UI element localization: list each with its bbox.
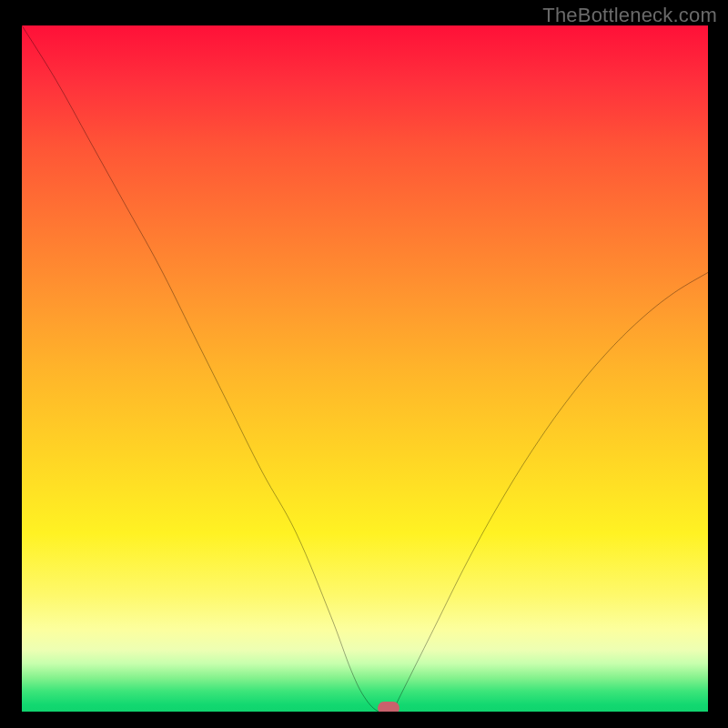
chart-frame: TheBottleneck.com xyxy=(0,0,728,728)
bottleneck-curve xyxy=(22,25,708,712)
curve-path xyxy=(22,25,708,712)
plot-area xyxy=(22,25,708,712)
watermark-text: TheBottleneck.com xyxy=(542,4,717,27)
minimum-marker xyxy=(378,702,399,712)
